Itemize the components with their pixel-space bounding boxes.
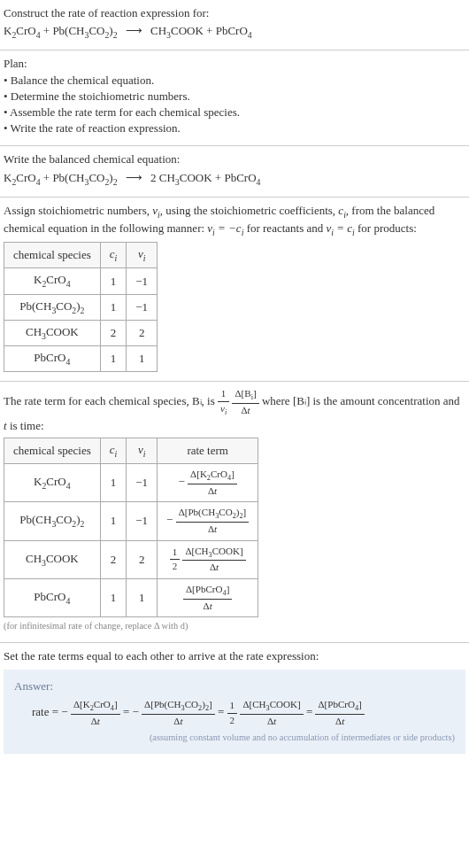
frac-num: Δ[Bi] [232,387,258,404]
frac-den: νi [218,402,229,418]
cell-rate-term: − Δ[Pb(CH3CO2)2] Δt [158,502,258,540]
cell-species: CH3COOK [4,540,101,578]
cell-species: Pb(CH3CO2)2 [4,502,101,540]
col-ci: ci [100,243,127,268]
table-header-row: chemical species ci νi rate term [4,438,258,463]
plan-item-text: Write the rate of reaction expression. [11,121,181,135]
species-k2cro4: K2CrO4 [4,24,41,37]
col-rate-term: rate term [158,438,258,463]
plus: + [43,171,53,184]
sign: − [61,705,67,718]
frac: Δ[Pb(CH3CO2)2] Δt [142,698,215,728]
table-row: CH3COOK 2 2 [4,320,158,345]
frac: Δ[CH3COOK] Δt [182,545,245,575]
answer-box: Answer: rate = − Δ[K2CrO4] Δt = − Δ[Pb(C… [4,670,465,754]
cell-nui: 2 [127,540,158,578]
cell-species: K2CrO4 [4,464,101,502]
frac: Δ[CH3COOK] Δt [240,698,303,728]
cell-species: K2CrO4 [4,268,101,294]
frac: Δ[PbCrO4] Δt [315,698,364,728]
plus: + [206,24,216,37]
table-header-row: chemical species ci νi [4,243,158,268]
rate-label: rate = [32,705,61,718]
plus: + [215,171,225,184]
species-pbcro4: PbCrO4 [224,171,260,184]
cell-rate-term: Δ[PbCrO4] Δt [158,578,258,616]
rule-reactants: νi = −ci [207,221,243,235]
frac-num: Δ[PbCrO4] [315,698,364,715]
frac-num: Δ[K2CrO4] [71,698,120,715]
plan-item-text: Assemble the rate term for each chemical… [10,105,240,119]
stoich-text: Assign stoichiometric numbers, νi, using… [4,203,465,238]
reaction-arrow: ⟶ [120,24,148,37]
cell-ci: 1 [100,294,127,320]
frac-den: Δt [182,561,245,574]
frac-den: Δt [142,715,215,728]
frac-den: Δt [183,600,232,613]
cell-ci: 1 [100,502,127,540]
table-row: K2CrO4 1 −1 [4,268,158,294]
equals: = [218,705,227,718]
rule-products: νi = ci [327,221,355,235]
cell-species: CH3COOK [4,320,101,345]
cell-species: Pb(CH3CO2)2 [4,294,101,320]
col-ci: ci [100,438,127,463]
table-row: PbCrO4 1 1 [4,346,158,372]
rate-term-text: The rate term for each chemical species,… [4,387,465,433]
coef-2: 2 [150,171,157,184]
prompt-section: Construct the rate of reaction expressio… [0,0,469,50]
answer-label: Answer: [14,678,455,694]
frac-den: 2 [227,714,238,727]
col-nui: νi [127,438,158,463]
text: where [Bᵢ] is the amount concentration a… [262,395,460,408]
frac: Δ[K2CrO4] Δt [188,468,237,498]
cell-nui: −1 [127,268,158,294]
table-row: Pb(CH3CO2)2 1 −1 − Δ[Pb(CH3CO2)2] Δt [4,502,258,540]
text: The rate term for each chemical species,… [4,395,218,408]
frac-one-over-nu: 1 νi [218,387,229,417]
frac-den: Δt [240,715,303,728]
frac-num: Δ[Pb(CH3CO2)2] [176,506,250,523]
reaction-arrow: ⟶ [120,171,148,184]
c-i: ci [338,204,346,217]
frac-num: Δ[PbCrO4] [183,583,232,600]
cell-nui: −1 [127,294,158,320]
cell-rate-term: − Δ[K2CrO4] Δt [158,464,258,502]
frac-num: 1 [227,699,238,713]
equals: = [123,705,133,718]
cell-ci: 2 [100,320,127,345]
final-heading: Set the rate terms equal to each other t… [4,648,465,664]
text: for products: [355,221,417,235]
cell-nui: −1 [127,464,158,502]
plus: + [43,24,53,37]
text: Assign stoichiometric numbers, [4,204,152,217]
cell-nui: 2 [127,320,158,345]
stoich-section: Assign stoichiometric numbers, νi, using… [0,198,469,383]
frac-coef: 1 2 [170,546,181,574]
text: for reactants and [243,221,326,235]
plan-item: • Determine the stoichiometric numbers. [4,89,465,105]
col-species: chemical species [4,243,101,268]
infinitesimal-note: (for infinitesimal rate of change, repla… [4,620,465,633]
frac-den: Δt [71,715,120,728]
col-nui: νi [127,243,158,268]
plan-item-text: Determine the stoichiometric numbers. [11,89,190,103]
plan-item: • Write the rate of reaction expression. [4,120,465,136]
cell-ci: 1 [100,578,127,616]
species-ch3cook: CH3COOK [159,171,212,184]
balanced-heading: Write the balanced chemical equation: [4,151,465,167]
cell-ci: 2 [100,540,127,578]
cell-nui: 1 [127,578,158,616]
table-row: Pb(CH3CO2)2 1 −1 [4,294,158,320]
frac-den: Δt [232,404,258,417]
frac-den: Δt [188,484,237,498]
frac-num: 1 [218,387,229,401]
species-k2cro4: K2CrO4 [4,171,41,184]
species-pbac2: Pb(CH3CO2)2 [52,24,117,37]
cell-species: PbCrO4 [4,346,101,372]
plan-section: Plan: • Balance the chemical equation. •… [0,50,469,146]
answer-note: (assuming constant volume and no accumul… [14,732,455,745]
prompt-text: Construct the rate of reaction expressio… [4,5,465,21]
table-row: K2CrO4 1 −1 − Δ[K2CrO4] Δt [4,464,258,502]
equals: = [306,705,316,718]
